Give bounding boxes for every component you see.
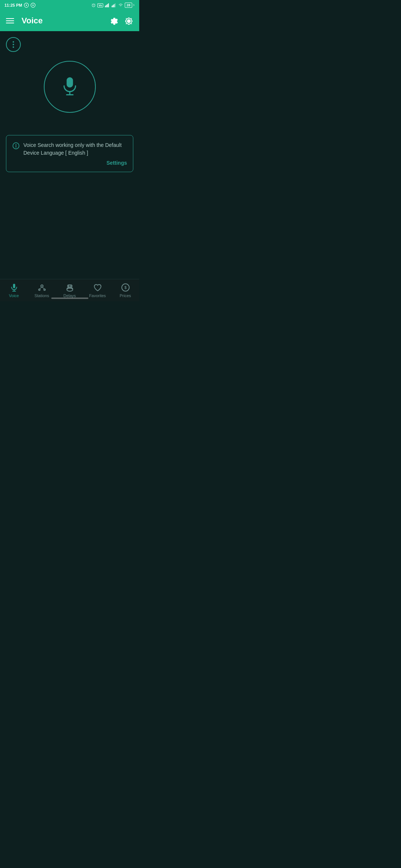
favorites-nav-label: Favorites: [89, 293, 106, 298]
svg-rect-10: [113, 5, 113, 7]
svg-point-25: [41, 285, 43, 287]
svg-rect-11: [114, 4, 114, 7]
svg-rect-5: [105, 6, 106, 7]
svg-point-26: [39, 289, 40, 290]
app-bar-left: Voice: [6, 16, 43, 26]
status-bar: 11:25 PM Vo: [0, 0, 139, 10]
svg-line-28: [39, 287, 42, 289]
svg-rect-6: [106, 5, 107, 7]
delays-nav-icon: [65, 283, 74, 292]
app-bar: Voice: [0, 10, 139, 31]
menu-button[interactable]: [6, 18, 14, 23]
svg-rect-9: [112, 6, 113, 7]
favorites-nav-icon: [93, 283, 102, 292]
svg-point-32: [69, 285, 71, 287]
nav-item-prices[interactable]: $ Prices: [111, 280, 139, 301]
settings-link[interactable]: Settings: [12, 160, 127, 166]
charging-icon: [133, 3, 135, 7]
svg-text:$: $: [124, 286, 127, 290]
info-card-content: Voice Search working only with the Defau…: [12, 141, 127, 157]
volte-icon: Vo: [97, 3, 103, 7]
media-icon-2: [30, 3, 36, 8]
info-card: Voice Search working only with the Defau…: [6, 135, 133, 172]
microphone-icon: [59, 76, 81, 98]
info-message: Voice Search working only with the Defau…: [23, 141, 127, 157]
battery-indicator: 28: [125, 3, 135, 8]
three-dots-icon: [13, 41, 14, 48]
settings-icon[interactable]: [110, 16, 118, 26]
status-right: Vo 28: [91, 3, 135, 8]
svg-line-29: [42, 287, 45, 289]
stations-nav-label: Stations: [35, 293, 49, 298]
nav-item-voice[interactable]: Voice: [0, 280, 28, 301]
svg-rect-7: [107, 4, 108, 7]
prices-nav-label: Prices: [120, 293, 131, 298]
signal-icon-2: [111, 3, 117, 7]
voice-nav-icon: [10, 283, 19, 292]
prices-nav-icon: $: [121, 283, 130, 292]
signal-icon-1: [105, 3, 110, 7]
status-left: 11:25 PM: [4, 3, 36, 8]
wifi-icon: [118, 3, 123, 7]
main-content: Voice Search working only with the Defau…: [0, 31, 139, 279]
svg-marker-1: [26, 4, 27, 6]
svg-rect-8: [108, 3, 109, 7]
svg-rect-12: [115, 3, 115, 7]
svg-marker-13: [133, 3, 134, 7]
app-bar-actions: [110, 16, 133, 26]
media-icon: [24, 3, 29, 8]
microphone-button[interactable]: [44, 61, 96, 113]
page-title: Voice: [22, 16, 43, 26]
info-icon: [12, 142, 20, 149]
stations-nav-icon: [38, 283, 46, 292]
alarm-icon: [91, 3, 96, 7]
home-indicator: [51, 297, 88, 299]
voice-nav-label: Voice: [9, 293, 19, 298]
svg-rect-22: [13, 284, 15, 288]
svg-marker-3: [33, 4, 34, 6]
svg-point-14: [127, 19, 131, 23]
time-display: 11:25 PM: [4, 3, 22, 7]
svg-rect-16: [66, 77, 73, 87]
svg-point-27: [44, 289, 45, 290]
delays-nav-label: Delays: [63, 293, 76, 298]
svg-point-33: [67, 288, 73, 291]
more-options-button[interactable]: [6, 37, 21, 52]
brightness-icon[interactable]: [124, 16, 133, 26]
